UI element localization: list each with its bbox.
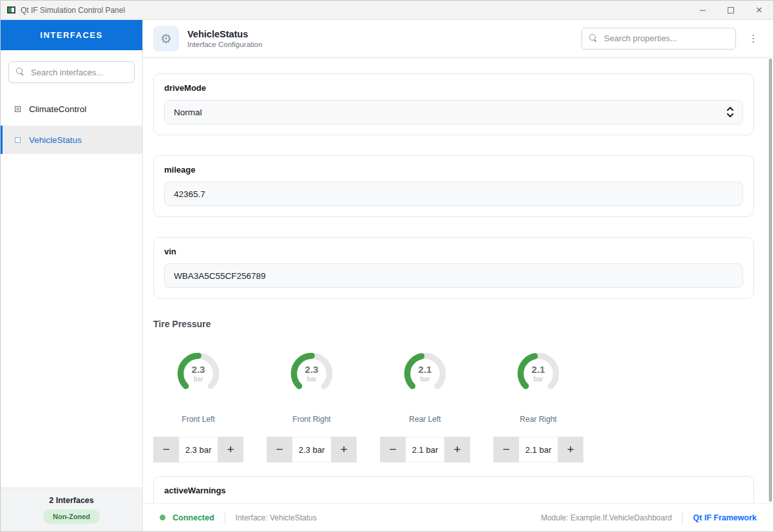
decrease-button[interactable]: −	[493, 437, 519, 462]
gauge-rear-left: 2.1 bar Rear Left − 2.1 bar +	[380, 344, 470, 462]
sidebar-footer: 2 Interfaces Non-Zoned	[1, 488, 142, 531]
pressure-stepper: − 2.3 bar +	[267, 437, 357, 462]
tire-pressure-section: Tire Pressure 2.3 bar	[153, 319, 754, 462]
statusbar-interface: Interface: VehicleStatus	[236, 513, 317, 522]
interface-icon	[15, 106, 21, 112]
sidebar-item-climatecontrol[interactable]: ClimateControl	[1, 95, 142, 123]
gauge-label: Rear Left	[409, 415, 440, 424]
title-bar: Qt IF Simulation Control Panel ─ ✕	[1, 1, 773, 20]
interface-count: 2 Interfaces	[49, 496, 93, 505]
page-title: VehicleStatus	[187, 29, 262, 39]
pressure-gauge: 2.3 bar	[174, 349, 223, 398]
gauge-front-left: 2.3 bar Front Left − 2.3 bar +	[153, 344, 243, 462]
card-mileage: mileage	[153, 155, 754, 217]
increase-button[interactable]: +	[558, 437, 583, 462]
gauge-unit: bar	[420, 375, 429, 383]
interface-search-input[interactable]	[8, 61, 135, 83]
gauge-value: 2.1	[419, 365, 432, 375]
divider	[682, 511, 683, 524]
mileage-input[interactable]	[164, 182, 743, 206]
stepper-value: 2.3 bar	[179, 437, 218, 462]
field-label: driveMode	[164, 83, 743, 93]
sidebar-item-label: VehicleStatus	[29, 135, 82, 145]
zone-badge: Non-Zoned	[43, 509, 100, 524]
page-subtitle: Interface Configuration	[187, 41, 262, 48]
card-drivemode: driveMode Normal	[153, 73, 754, 135]
sidebar-item-vehiclestatus[interactable]: VehicleStatus	[1, 126, 142, 154]
gauge-label: Front Right	[292, 415, 330, 424]
drivemode-select[interactable]: Normal	[164, 100, 743, 124]
gauge-label: Rear Right	[520, 415, 556, 424]
overflow-menu-icon[interactable]: ⋮	[744, 29, 763, 48]
field-label: activeWarnings	[164, 486, 743, 495]
card-activewarnings: activeWarnings Items (1) Add #1 ×	[153, 476, 754, 503]
gauge-value: 2.3	[305, 365, 319, 375]
gauge-row: 2.3 bar Front Left − 2.3 bar +	[153, 344, 754, 462]
property-search-input[interactable]	[581, 28, 736, 50]
vertical-scrollbar[interactable]	[769, 59, 772, 502]
pressure-stepper: − 2.1 bar +	[380, 437, 470, 462]
chevron-up-down-icon	[726, 106, 735, 119]
interface-gear-badge: ⚙	[153, 26, 179, 52]
connection-status: Connected	[173, 513, 214, 522]
property-search	[581, 28, 736, 50]
increase-button[interactable]: +	[218, 437, 243, 462]
interface-list: ClimateControl VehicleStatus	[1, 95, 142, 157]
stepper-value: 2.1 bar	[519, 437, 558, 462]
increase-button[interactable]: +	[331, 437, 357, 462]
stepper-value: 2.1 bar	[406, 437, 444, 462]
main-panel: ⚙ VehicleStatus Interface Configuration …	[143, 20, 773, 531]
close-button[interactable]: ✕	[745, 1, 773, 19]
framework-link[interactable]: Qt IF Framework	[693, 513, 757, 522]
vin-input[interactable]	[164, 263, 743, 288]
card-vin: vin	[153, 237, 754, 299]
decrease-button[interactable]: −	[380, 437, 406, 462]
status-bar: Connected Interface: VehicleStatus Modul…	[143, 503, 773, 531]
maximize-icon	[728, 7, 734, 14]
decrease-button[interactable]: −	[153, 437, 179, 462]
gauge-rear-right: 2.1 bar Rear Right − 2.1 bar +	[493, 344, 583, 462]
statusbar-module: Module: Example.If.VehicleDashboard	[541, 513, 672, 522]
window-controls: ─ ✕	[688, 1, 773, 19]
field-label: vin	[164, 247, 743, 256]
pressure-stepper: − 2.1 bar +	[493, 437, 583, 462]
sidebar-header: INTERFACES	[1, 20, 142, 50]
main-header: ⚙ VehicleStatus Interface Configuration …	[143, 20, 773, 57]
divider	[225, 511, 225, 524]
connection-status-icon	[160, 515, 165, 520]
search-icon	[589, 34, 596, 41]
interface-search	[8, 61, 135, 83]
gauge-unit: bar	[534, 375, 543, 383]
app-window: Qt IF Simulation Control Panel ─ ✕ INTER…	[0, 0, 774, 532]
gauge-value: 2.3	[192, 365, 205, 375]
interface-icon	[15, 137, 21, 143]
pressure-stepper: − 2.3 bar +	[153, 437, 243, 462]
increase-button[interactable]: +	[444, 437, 470, 462]
field-label: mileage	[164, 165, 743, 175]
minimize-button[interactable]: ─	[688, 1, 717, 19]
search-icon	[16, 68, 23, 74]
gear-icon: ⚙	[160, 32, 172, 45]
stepper-value: 2.3 bar	[292, 437, 331, 462]
window-title: Qt IF Simulation Control Panel	[21, 6, 125, 15]
drivemode-selected-value: Normal	[174, 108, 202, 117]
gauge-unit: bar	[307, 375, 316, 383]
gauge-label: Front Left	[182, 415, 214, 424]
app-icon	[7, 6, 15, 14]
maximize-button[interactable]	[717, 1, 745, 19]
pressure-gauge: 2.1 bar	[514, 349, 563, 398]
section-title: Tire Pressure	[153, 319, 754, 329]
pressure-gauge: 2.3 bar	[287, 349, 336, 398]
decrease-button[interactable]: −	[267, 437, 292, 462]
sidebar-item-label: ClimateControl	[29, 104, 86, 114]
gauge-front-right: 2.3 bar Front Right − 2.3 bar +	[267, 344, 357, 462]
pressure-gauge: 2.1 bar	[401, 349, 449, 398]
gauge-value: 2.1	[532, 365, 545, 375]
gauge-unit: bar	[194, 375, 203, 383]
property-list: driveMode Normal mileage	[143, 57, 773, 503]
sidebar: INTERFACES ClimateControl VehicleStatus …	[1, 20, 143, 531]
